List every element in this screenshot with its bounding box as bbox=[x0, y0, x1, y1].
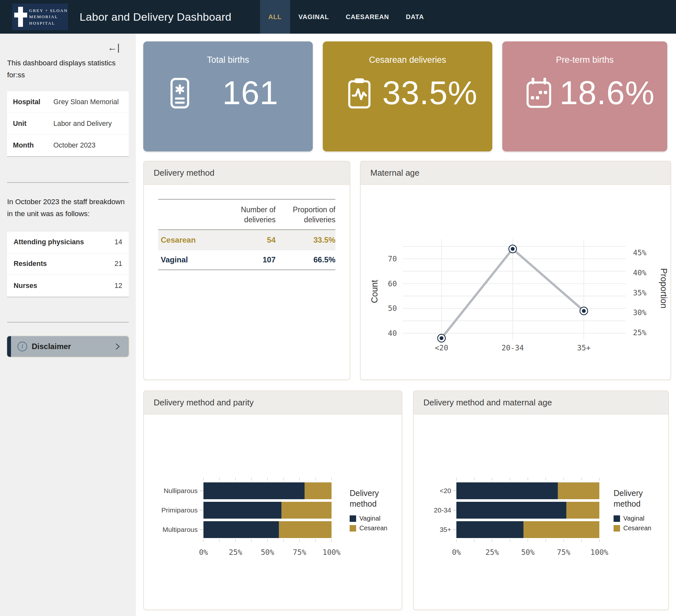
svg-text:75%: 75% bbox=[293, 548, 306, 556]
staff-intro-text: In October 2023 the staff breakdown in t… bbox=[7, 196, 129, 220]
svg-text:Primiparous: Primiparous bbox=[161, 506, 198, 514]
svg-text:25%: 25% bbox=[633, 328, 646, 337]
staff-row-attendings: Attending physicians 14 bbox=[7, 232, 129, 253]
svg-text:Cesarean: Cesarean bbox=[359, 524, 388, 531]
kpi-title: Cesarean deliveries bbox=[323, 55, 492, 65]
kpi-card-preterm: Pre-term births 18.6% bbox=[502, 41, 667, 152]
svg-text:20-34: 20-34 bbox=[501, 344, 524, 352]
svg-text:60: 60 bbox=[388, 280, 397, 288]
svg-text:<20: <20 bbox=[440, 487, 451, 494]
svg-text:45%: 45% bbox=[633, 248, 646, 257]
svg-text:Count: Count bbox=[370, 280, 379, 303]
panel-delivery-method: Delivery method Number of deliveries Pro… bbox=[143, 161, 350, 380]
svg-text:<20: <20 bbox=[435, 344, 448, 352]
kpi-value: 161 bbox=[198, 74, 303, 112]
panel-age-method: Delivery method and maternal age <2020-3… bbox=[413, 391, 669, 610]
svg-text:50%: 50% bbox=[261, 548, 274, 556]
kpi-title: Total births bbox=[143, 55, 313, 65]
svg-text:method: method bbox=[614, 499, 640, 508]
svg-text:Delivery: Delivery bbox=[350, 489, 379, 498]
staff-row-residents: Residents 21 bbox=[7, 253, 129, 275]
sidebar-intro-text: This dashboard displays statistics for:s… bbox=[7, 57, 129, 81]
sidebar: ←| This dashboard displays statistics fo… bbox=[0, 34, 136, 616]
svg-text:20-34: 20-34 bbox=[434, 506, 451, 514]
sidebar-divider bbox=[7, 322, 129, 323]
table-row-cesarean: Cesarean 54 33.5% bbox=[158, 230, 335, 250]
panel-parity: Delivery method and parity NulliparousPr… bbox=[143, 391, 402, 610]
svg-text:Nulliparous: Nulliparous bbox=[164, 487, 198, 494]
svg-text:Vaginal: Vaginal bbox=[359, 515, 380, 522]
svg-text:40%: 40% bbox=[633, 269, 646, 277]
svg-text:Multiparous: Multiparous bbox=[162, 526, 198, 533]
kpi-card-cesarean: Cesarean deliveries 33.5% bbox=[323, 41, 492, 152]
svg-text:25%: 25% bbox=[486, 548, 499, 556]
table-row-vaginal: Vaginal 107 66.5% bbox=[158, 250, 335, 270]
svg-text:100%: 100% bbox=[590, 548, 608, 556]
info-icon: i bbox=[17, 342, 27, 351]
svg-text:75%: 75% bbox=[557, 548, 571, 556]
svg-text:Vaginal: Vaginal bbox=[623, 515, 644, 522]
kpi-card-total-births: Total births 161 bbox=[143, 41, 313, 152]
svg-text:50%: 50% bbox=[521, 548, 534, 556]
sidebar-collapse-icon[interactable]: ←| bbox=[107, 42, 120, 53]
svg-text:70: 70 bbox=[388, 255, 397, 263]
info-row-month: Month October 2023 bbox=[7, 134, 129, 156]
app-header: GREY + SLOAN MEMORIAL HOSPITAL Labor and… bbox=[0, 0, 676, 34]
svg-text:35%: 35% bbox=[633, 289, 646, 297]
birth-record-icon bbox=[162, 75, 198, 111]
svg-text:Cesarean: Cesarean bbox=[623, 524, 652, 531]
panel-title: Delivery method bbox=[154, 168, 215, 178]
col-header-number: Number of deliveries bbox=[216, 205, 276, 225]
disclaimer-label: Disclaimer bbox=[32, 342, 113, 351]
svg-text:Delivery: Delivery bbox=[614, 489, 643, 498]
main-nav: ALL VAGINAL CAESAREAN DATA bbox=[260, 0, 433, 34]
svg-text:30%: 30% bbox=[633, 308, 646, 317]
disclaimer-button[interactable]: i Disclaimer bbox=[7, 336, 129, 357]
staff-table: Attending physicians 14 Residents 21 Nur… bbox=[7, 232, 129, 297]
panel-maternal-age: Maternal age 4050607025%30%35%40%45%<202… bbox=[360, 161, 671, 380]
tab-data[interactable]: DATA bbox=[397, 0, 433, 34]
page-title: Labor and Delivery Dashboard bbox=[79, 11, 232, 23]
svg-text:35+: 35+ bbox=[440, 526, 451, 533]
svg-text:method: method bbox=[350, 499, 377, 508]
panel-title: Delivery method and parity bbox=[154, 398, 253, 408]
parity-stacked-bar-chart: NulliparousPrimiparousMultiparous0%25%50… bbox=[146, 476, 402, 565]
panel-title: Delivery method and maternal age bbox=[424, 398, 552, 408]
chevron-right-icon bbox=[113, 342, 122, 351]
info-row-hospital: Hospital Grey Sloan Memorial bbox=[7, 91, 129, 113]
panel-title: Maternal age bbox=[370, 168, 419, 178]
svg-text:0%: 0% bbox=[199, 548, 208, 556]
svg-text:25%: 25% bbox=[229, 548, 242, 556]
medical-cross-icon bbox=[14, 7, 27, 27]
delivery-method-table: Number of deliveries Proportion of deliv… bbox=[158, 199, 335, 270]
logo-text: GREY + SLOAN MEMORIAL HOSPITAL bbox=[29, 7, 68, 26]
age-stacked-bar-chart: <2020-3435+0%25%50%75%100%Deliverymethod… bbox=[414, 476, 668, 565]
staff-row-nurses: Nurses 12 bbox=[7, 275, 129, 297]
svg-text:Proportion: Proportion bbox=[659, 268, 669, 309]
sidebar-divider bbox=[7, 182, 129, 183]
svg-text:0%: 0% bbox=[452, 548, 461, 556]
tab-all[interactable]: ALL bbox=[260, 0, 290, 34]
svg-text:40: 40 bbox=[388, 329, 397, 337]
dashboard-info-table: Hospital Grey Sloan Memorial Unit Labor … bbox=[7, 91, 129, 157]
maternal-age-line-chart: 4050607025%30%35%40%45%<2020-3435+CountP… bbox=[361, 185, 671, 380]
kpi-value: 33.5% bbox=[377, 74, 483, 112]
clipboard-pulse-icon bbox=[342, 75, 377, 111]
svg-text:100%: 100% bbox=[323, 548, 341, 556]
info-row-unit: Unit Labor and Delivery bbox=[7, 113, 129, 134]
col-header-proportion: Proportion of deliveries bbox=[276, 205, 335, 225]
tab-vaginal[interactable]: VAGINAL bbox=[290, 0, 337, 34]
calendar-icon bbox=[521, 75, 557, 111]
svg-text:50: 50 bbox=[388, 304, 397, 313]
kpi-value: 18.6% bbox=[557, 74, 658, 112]
kpi-title: Pre-term births bbox=[502, 55, 667, 65]
main-content: Total births 161 Cesarean deliveries 33.… bbox=[136, 34, 676, 616]
tab-caesarean[interactable]: CAESAREAN bbox=[337, 0, 397, 34]
svg-text:35+: 35+ bbox=[577, 344, 590, 352]
hospital-logo: GREY + SLOAN MEMORIAL HOSPITAL bbox=[12, 4, 68, 30]
